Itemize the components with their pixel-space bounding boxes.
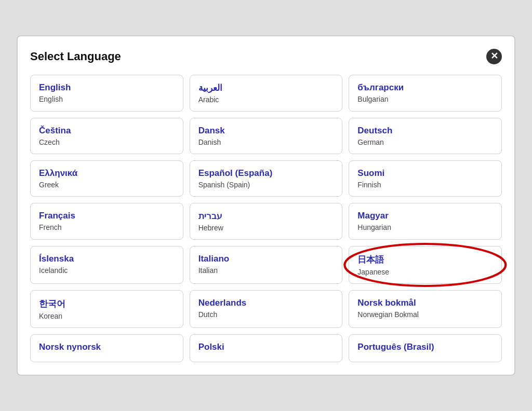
language-card[interactable]: NederlandsDutch — [190, 290, 343, 328]
language-native-name: Deutsch — [357, 126, 493, 136]
language-native-name: Magyar — [357, 211, 493, 221]
language-native-name: Polski — [198, 342, 334, 352]
language-native-name: 日本語 — [357, 254, 493, 266]
language-native-name: Íslenska — [39, 254, 175, 264]
language-native-name: Norsk nynorsk — [39, 342, 175, 352]
language-english-name: Japanese — [357, 268, 493, 276]
language-native-name: Italiano — [198, 254, 334, 264]
language-native-name: עברית — [198, 211, 334, 222]
close-button[interactable]: ✕ — [486, 49, 502, 64]
language-english-name: Italian — [198, 266, 334, 275]
language-grid: EnglishEnglishالعربيةArabicбългарскиBulg… — [30, 75, 502, 362]
language-native-name: Suomi — [357, 168, 493, 179]
language-english-name: English — [39, 95, 175, 103]
language-card[interactable]: 日本語Japanese — [349, 246, 502, 284]
language-native-name: български — [357, 83, 493, 93]
language-english-name: German — [357, 138, 493, 146]
language-native-name: Čeština — [39, 126, 175, 136]
language-card[interactable]: DeutschGerman — [349, 118, 502, 154]
language-card[interactable]: Norsk bokmålNorwegian Bokmal — [349, 290, 502, 328]
language-english-name: Dutch — [198, 310, 334, 319]
language-native-name: English — [39, 83, 175, 93]
language-english-name: Arabic — [198, 95, 334, 104]
language-card[interactable]: DanskDanish — [190, 118, 343, 154]
language-select-modal: Select Language ✕ EnglishEnglishالعربيةA… — [17, 35, 515, 376]
language-native-name: Nederlands — [198, 298, 334, 308]
language-english-name: Hungarian — [357, 223, 493, 231]
language-card[interactable]: 한국어Korean — [30, 290, 183, 328]
language-native-name: Português (Brasil) — [357, 342, 493, 352]
language-native-name: 한국어 — [39, 298, 175, 310]
language-card[interactable]: Polski — [190, 334, 343, 362]
language-english-name: Greek — [39, 181, 175, 189]
language-english-name: French — [39, 223, 175, 231]
language-native-name: Norsk bokmål — [357, 298, 493, 308]
language-card[interactable]: Norsk nynorsk — [30, 334, 183, 362]
language-card[interactable]: SuomiFinnish — [349, 160, 502, 197]
language-native-name: Ελληνικά — [39, 168, 175, 179]
language-native-name: Français — [39, 211, 175, 221]
language-card[interactable]: ÍslenskaIcelandic — [30, 246, 183, 284]
language-english-name: Hebrew — [198, 224, 334, 232]
language-card[interactable]: ČeštinaCzech — [30, 118, 183, 154]
language-english-name: Norwegian Bokmal — [357, 310, 493, 319]
language-card[interactable]: العربيةArabic — [190, 75, 343, 112]
language-card[interactable]: Português (Brasil) — [349, 334, 502, 362]
language-native-name: Dansk — [198, 126, 334, 136]
language-card[interactable]: EnglishEnglish — [30, 75, 183, 112]
language-card[interactable]: ItalianoItalian — [190, 246, 343, 284]
language-card[interactable]: MagyarHungarian — [349, 203, 502, 240]
language-card[interactable]: FrançaisFrench — [30, 203, 183, 240]
language-card[interactable]: Español (España)Spanish (Spain) — [190, 160, 343, 197]
language-english-name: Danish — [198, 138, 334, 146]
language-english-name: Bulgarian — [357, 95, 493, 103]
language-english-name: Finnish — [357, 181, 493, 189]
modal-title: Select Language — [30, 50, 121, 63]
language-english-name: Spanish (Spain) — [198, 181, 334, 189]
language-native-name: Español (España) — [198, 168, 334, 179]
modal-header: Select Language ✕ — [30, 49, 502, 64]
language-english-name: Czech — [39, 138, 175, 146]
language-native-name: العربية — [198, 83, 334, 93]
language-card[interactable]: ΕλληνικάGreek — [30, 160, 183, 197]
language-english-name: Korean — [39, 312, 175, 320]
language-card[interactable]: עבריתHebrew — [190, 203, 343, 240]
language-english-name: Icelandic — [39, 266, 175, 275]
language-card[interactable]: българскиBulgarian — [349, 75, 502, 112]
